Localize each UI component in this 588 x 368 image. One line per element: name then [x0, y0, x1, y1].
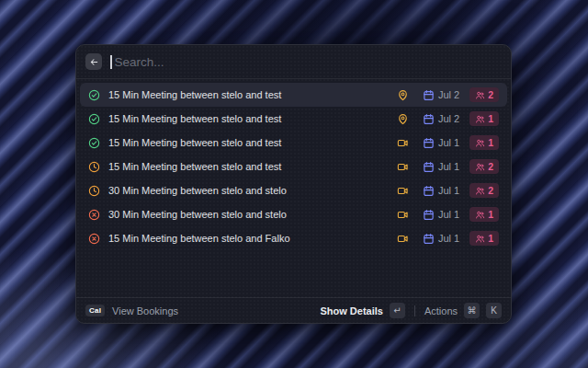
video-icon [397, 185, 409, 197]
video-icon [397, 233, 409, 245]
attendee-badge: 1 [469, 231, 499, 246]
attendee-count: 1 [488, 209, 493, 220]
attendee-badge: 1 [469, 135, 499, 150]
calendar-icon [423, 161, 435, 173]
booking-row[interactable]: 30 Min Meeting between stelo and stelo J… [80, 202, 507, 226]
actions-button[interactable]: Actions [424, 305, 458, 316]
booking-title: 15 Min Meeting between stelo and test [108, 161, 389, 172]
attendee-badge: 2 [469, 159, 499, 174]
users-icon [475, 90, 485, 100]
users-icon [475, 162, 485, 172]
booking-title: 30 Min Meeting between stelo and stelo [108, 185, 389, 196]
booking-date: Jul 2 [438, 113, 459, 124]
page-label: View Bookings [112, 305, 178, 316]
calendar-icon [423, 209, 435, 221]
clock-icon [88, 161, 100, 173]
footer-divider [414, 305, 415, 316]
search-bar [76, 45, 511, 79]
circle-x-icon [88, 233, 100, 245]
attendee-badge: 1 [469, 207, 499, 222]
text-caret [110, 55, 112, 69]
calendar-icon [423, 233, 435, 245]
map-pin-icon [397, 113, 409, 125]
booking-title: 15 Min Meeting between stelo and Falko [108, 233, 389, 244]
booking-title: 15 Min Meeting between stelo and test [108, 89, 389, 100]
booking-row[interactable]: 15 Min Meeting between stelo and Falko J… [80, 226, 507, 250]
booking-title: 15 Min Meeting between stelo and test [108, 113, 389, 124]
booking-row[interactable]: 30 Min Meeting between stelo and stelo J… [80, 178, 507, 202]
search-input[interactable] [115, 55, 503, 69]
attendee-count: 2 [488, 89, 493, 100]
enter-keycap: ↵ [390, 303, 405, 318]
footer-bar: Cal View Bookings Show Details ↵ Actions… [76, 297, 511, 323]
circle-check-icon [88, 137, 100, 149]
bookings-list: 15 Min Meeting between stelo and test Ju… [76, 79, 511, 297]
clock-icon [88, 185, 100, 197]
users-icon [475, 186, 485, 196]
attendee-badge: 2 [469, 183, 499, 198]
map-pin-icon [397, 89, 409, 101]
video-icon [397, 137, 409, 149]
calendar-icon [423, 113, 435, 125]
calendar-icon [423, 89, 435, 101]
booking-date: Jul 1 [438, 137, 459, 148]
calendar-icon [423, 137, 435, 149]
back-button[interactable] [85, 53, 102, 70]
circle-x-icon [88, 209, 100, 221]
booking-row[interactable]: 15 Min Meeting between stelo and test Ju… [80, 83, 507, 107]
booking-row[interactable]: 15 Min Meeting between stelo and test Ju… [80, 131, 507, 155]
arrow-left-icon [89, 57, 99, 67]
video-icon [397, 209, 409, 221]
show-details-button[interactable]: Show Details [320, 305, 382, 316]
booking-date: Jul 1 [438, 161, 459, 172]
attendee-count: 1 [488, 137, 493, 148]
attendee-count: 2 [488, 185, 493, 196]
booking-row[interactable]: 15 Min Meeting between stelo and test Ju… [80, 107, 507, 131]
booking-date: Jul 1 [438, 209, 459, 220]
attendee-badge: 1 [469, 111, 499, 126]
booking-date: Jul 1 [438, 233, 459, 244]
users-icon [475, 138, 485, 148]
booking-title: 30 Min Meeting between stelo and stelo [108, 209, 389, 220]
booking-date: Jul 1 [438, 185, 459, 196]
users-icon [475, 210, 485, 220]
attendee-count: 2 [488, 161, 493, 172]
k-keycap: K [486, 303, 502, 318]
attendee-count: 1 [488, 113, 493, 124]
booking-title: 15 Min Meeting between stelo and test [108, 137, 389, 148]
attendee-badge: 2 [469, 87, 499, 102]
booking-date: Jul 2 [438, 89, 459, 100]
cal-logo: Cal [85, 305, 105, 316]
circle-check-icon [88, 89, 100, 101]
command-palette-dialog: 15 Min Meeting between stelo and test Ju… [75, 44, 512, 324]
circle-check-icon [88, 113, 100, 125]
cmd-keycap: ⌘ [464, 303, 480, 318]
calendar-icon [423, 185, 435, 197]
users-icon [475, 234, 485, 244]
booking-row[interactable]: 15 Min Meeting between stelo and test Ju… [80, 155, 507, 178]
users-icon [475, 114, 485, 124]
video-icon [397, 161, 409, 173]
attendee-count: 1 [488, 233, 493, 244]
